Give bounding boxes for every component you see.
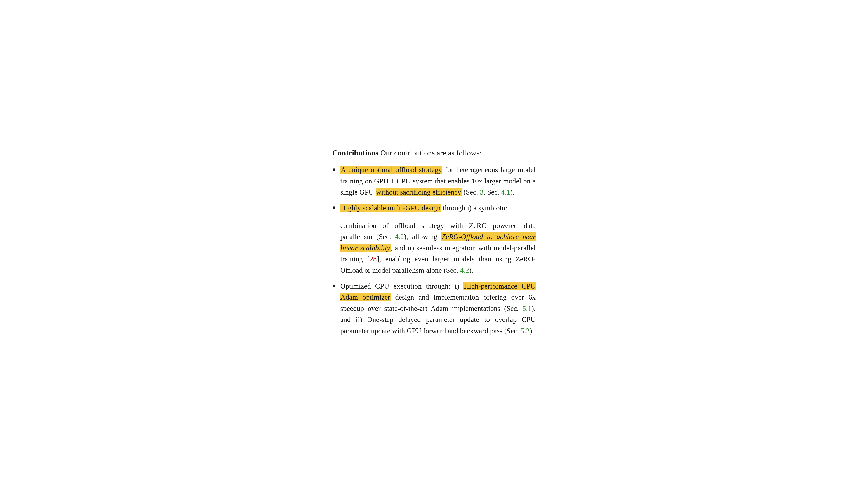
link-sec52[interactable]: 5.2 <box>521 327 530 335</box>
list-item: • Highly scalable multi-GPU design throu… <box>332 202 536 276</box>
highlight-offload-strategy: A unique optimal offload strategy <box>340 166 442 174</box>
list-item-content: Highly scalable multi-GPU design through… <box>340 202 536 276</box>
link-sec42-b[interactable]: 4.2 <box>460 266 469 274</box>
link-sec51[interactable]: 5.1 <box>522 304 531 313</box>
text-allowing: ), allowing <box>404 232 441 240</box>
text-optimized-cpu: Optimized CPU execution through: i) <box>340 282 463 290</box>
highlight-without-sacrificing: without sacrificing efficiency <box>376 188 462 196</box>
list-item-content: A unique optimal offload strategy for he… <box>340 164 536 198</box>
list-item: • A unique optimal offload strategy for … <box>332 164 536 198</box>
text-sec3: (Sec. <box>462 188 480 196</box>
highlight-multi-gpu: Highly scalable multi-GPU design <box>340 204 441 212</box>
contributions-list: • A unique optimal offload strategy for … <box>332 164 536 336</box>
link-ref28[interactable]: 28 <box>370 255 377 263</box>
list-item: • Optimized CPU execution through: i) Hi… <box>332 281 536 337</box>
text-paren-close-3: ). <box>530 327 534 335</box>
link-sec41[interactable]: 4.1 <box>501 188 510 196</box>
page-content: Contributions Our contributions are as f… <box>332 147 536 341</box>
link-sec3[interactable]: 3 <box>480 188 484 196</box>
section-title: Contributions Our contributions are as f… <box>332 147 536 159</box>
text-through-i: through i) a symbiotic <box>441 204 507 212</box>
text-paren-close-1: ). <box>510 188 515 196</box>
title-bold: Contributions <box>332 149 378 157</box>
text-paren-close-2: ). <box>469 266 473 274</box>
text-comma-sec: , Sec. <box>484 188 501 196</box>
link-sec42-a[interactable]: 4.2 <box>395 232 404 240</box>
bullet2-continuation: combination of offload strategy with ZeR… <box>340 220 536 276</box>
list-item-content: Optimized CPU execution through: i) High… <box>340 281 536 337</box>
bullet-point: • <box>332 202 336 213</box>
bullet-point: • <box>332 281 336 291</box>
bullet-point: • <box>332 164 336 175</box>
title-intro: Our contributions are as follows: <box>378 149 482 157</box>
